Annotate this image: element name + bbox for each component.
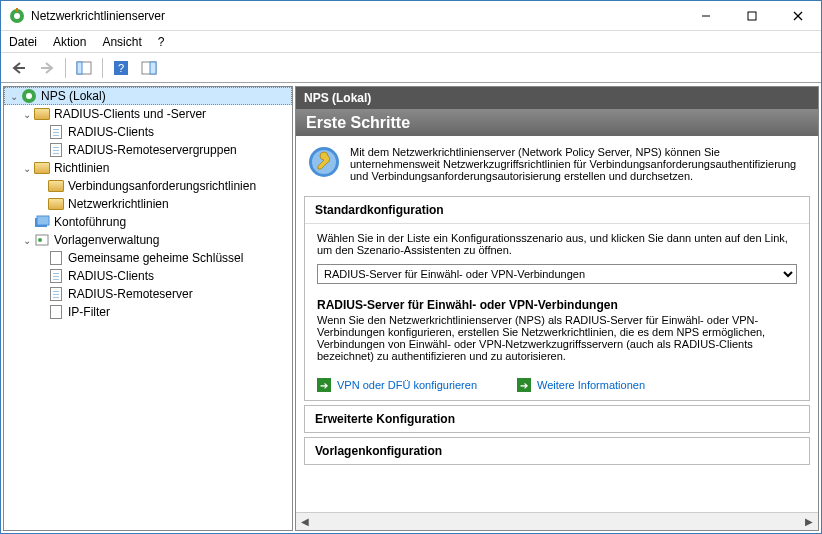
svg-text:?: ?	[118, 62, 124, 74]
window-title: Netzwerkrichtlinienserver	[31, 9, 683, 23]
svg-rect-14	[150, 62, 156, 74]
tree-label: Kontoführung	[54, 215, 126, 229]
tree-label: IP-Filter	[68, 305, 110, 319]
server-icon	[48, 124, 64, 140]
section-standard: Standardkonfiguration Wählen Sie in der …	[304, 196, 810, 401]
section-title-standard[interactable]: Standardkonfiguration	[305, 197, 809, 224]
section-vorlagen[interactable]: Vorlagenkonfiguration	[304, 437, 810, 465]
menu-help[interactable]: ?	[158, 35, 165, 49]
titlebar: Netzwerkrichtlinienserver	[1, 1, 821, 31]
tree-label: RADIUS-Remoteservergruppen	[68, 143, 237, 157]
menu-datei[interactable]: Datei	[9, 35, 37, 49]
tree-label: RADIUS-Clients und -Server	[54, 107, 206, 121]
show-hide-tree-button[interactable]	[72, 56, 96, 80]
scroll-left-button[interactable]: ◀	[296, 513, 314, 530]
scenario-heading: RADIUS-Server für Einwähl- oder VPN-Verb…	[317, 298, 797, 312]
standard-instruction: Wählen Sie in der Liste ein Konfiguratio…	[317, 232, 797, 256]
folder-icon	[48, 196, 64, 212]
link-configure-vpn[interactable]: ➔VPN oder DFÜ konfigurieren	[317, 378, 477, 392]
folder-icon	[48, 178, 64, 194]
tree-radius-remote-groups[interactable]: RADIUS-Remoteservergruppen	[4, 141, 292, 159]
tree-label: Vorlagenverwaltung	[54, 233, 159, 247]
tree-shared-secrets[interactable]: Gemeinsame geheime Schlüssel	[4, 249, 292, 267]
menu-ansicht[interactable]: Ansicht	[102, 35, 141, 49]
intro-text: Mit dem Netzwerkrichtlinienserver (Netwo…	[350, 146, 806, 182]
expand-icon[interactable]: ⌄	[20, 109, 34, 120]
folder-icon	[34, 106, 50, 122]
app-icon	[9, 8, 25, 24]
tree-radius-remoteserver[interactable]: RADIUS-Remoteserver	[4, 285, 292, 303]
tree-label: Gemeinsame geheime Schlüssel	[68, 251, 243, 265]
getting-started-heading: Erste Schritte	[296, 110, 818, 136]
svg-rect-10	[77, 62, 82, 74]
toolbar: ?	[1, 53, 821, 83]
details-pane: NPS (Lokal) Erste Schritte Mit dem Netzw…	[295, 86, 819, 531]
tree-label: Verbindungsanforderungsrichtlinien	[68, 179, 256, 193]
toolbar-separator	[65, 58, 66, 78]
back-button[interactable]	[7, 56, 31, 80]
tree-radius-clients[interactable]: RADIUS-Clients	[4, 123, 292, 141]
scrollbar-track[interactable]	[314, 513, 800, 530]
close-button[interactable]	[775, 1, 821, 30]
svg-rect-18	[37, 216, 49, 225]
tree-verbindungsanforderung[interactable]: Verbindungsanforderungsrichtlinien	[4, 177, 292, 195]
svg-point-20	[38, 238, 42, 242]
tree-label: RADIUS-Clients	[68, 269, 154, 283]
tree-root-nps-lokal[interactable]: ⌄ NPS (Lokal)	[4, 87, 292, 105]
server-icon	[48, 268, 64, 284]
forward-button[interactable]	[35, 56, 59, 80]
tree-ip-filter[interactable]: IP-Filter	[4, 303, 292, 321]
scroll-right-button[interactable]: ▶	[800, 513, 818, 530]
document-icon	[48, 250, 64, 266]
tree-netzwerkrichtlinien[interactable]: Netzwerkrichtlinien	[4, 195, 292, 213]
tree-label: RADIUS-Remoteserver	[68, 287, 193, 301]
templates-icon	[34, 232, 50, 248]
server-icon	[48, 142, 64, 158]
nps-icon	[21, 88, 37, 104]
scenario-description: Wenn Sie den Netzwerkrichtlinienserver (…	[317, 314, 797, 362]
tree-label: Netzwerkrichtlinien	[68, 197, 169, 211]
menu-aktion[interactable]: Aktion	[53, 35, 86, 49]
menubar: Datei Aktion Ansicht ?	[1, 31, 821, 53]
link-more-info[interactable]: ➔Weitere Informationen	[517, 378, 645, 392]
tree-pane[interactable]: ⌄ NPS (Lokal) ⌄ RADIUS-Clients und -Serv…	[3, 86, 293, 531]
accounting-icon	[34, 214, 50, 230]
svg-rect-4	[748, 12, 756, 20]
svg-point-16	[26, 93, 32, 99]
arrow-right-icon: ➔	[517, 378, 531, 392]
expand-icon[interactable]: ⌄	[20, 163, 34, 174]
tree-richtlinien[interactable]: ⌄ Richtlinien	[4, 159, 292, 177]
server-icon	[48, 286, 64, 302]
expand-icon[interactable]: ⌄	[7, 91, 21, 102]
tree-label: NPS (Lokal)	[41, 89, 106, 103]
expand-icon[interactable]: ⌄	[20, 235, 34, 246]
arrow-right-icon: ➔	[317, 378, 331, 392]
maximize-button[interactable]	[729, 1, 775, 30]
minimize-button[interactable]	[683, 1, 729, 30]
properties-button[interactable]	[137, 56, 161, 80]
tree-label: RADIUS-Clients	[68, 125, 154, 139]
section-erweiterte[interactable]: Erweiterte Konfiguration	[304, 405, 810, 433]
details-header: NPS (Lokal)	[296, 87, 818, 110]
toolbar-separator	[102, 58, 103, 78]
tree-radius-clients-server[interactable]: ⌄ RADIUS-Clients und -Server	[4, 105, 292, 123]
key-icon	[308, 146, 340, 182]
tree-radius-clients-template[interactable]: RADIUS-Clients	[4, 267, 292, 285]
folder-icon	[34, 160, 50, 176]
tree-vorlagenverwaltung[interactable]: ⌄ Vorlagenverwaltung	[4, 231, 292, 249]
tree-kontofuehrung[interactable]: Kontoführung	[4, 213, 292, 231]
help-button[interactable]: ?	[109, 56, 133, 80]
svg-rect-2	[16, 8, 18, 12]
document-icon	[48, 304, 64, 320]
scenario-dropdown[interactable]: RADIUS-Server für Einwähl- oder VPN-Verb…	[317, 264, 797, 284]
horizontal-scrollbar[interactable]: ◀ ▶	[296, 512, 818, 530]
tree-label: Richtlinien	[54, 161, 109, 175]
svg-point-1	[14, 13, 20, 19]
